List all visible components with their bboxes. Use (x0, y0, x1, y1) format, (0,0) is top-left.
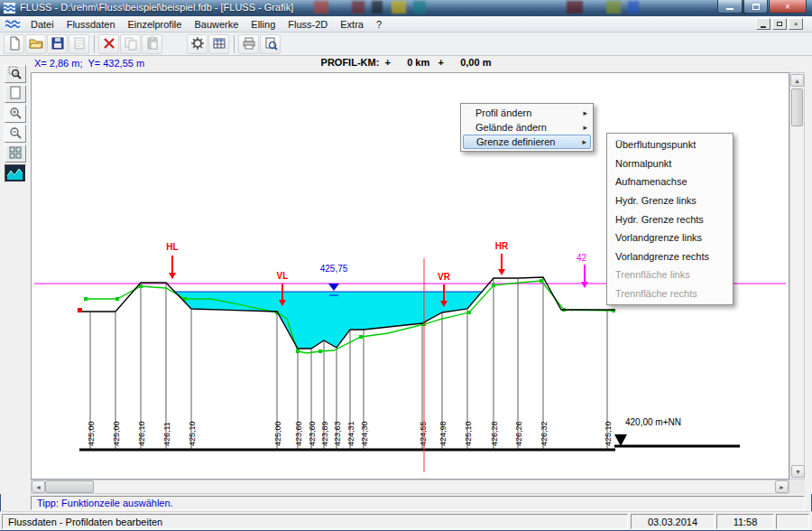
submenu-item-trennfläche-links[interactable]: Trennfläche links (608, 266, 732, 284)
zoom-window-icon (8, 66, 23, 82)
elevation-label: 425,00 (87, 421, 96, 446)
boundary-marker-label: HL (166, 242, 178, 252)
delete-button[interactable] (98, 34, 119, 54)
menu-[interactable]: ? (370, 17, 388, 32)
zoom-in-button[interactable] (5, 105, 26, 123)
full-page-icon (8, 86, 23, 102)
print-icon (242, 36, 256, 52)
submenu-item-aufnamenachse[interactable]: Aufnamenachse (608, 172, 732, 191)
minimize-icon (726, 8, 734, 10)
submenu-item-vorlandgrenze-rechts[interactable]: Vorlandgrenze rechts (608, 247, 732, 266)
title-bar: FLUSS - D:\rehm\Fluss\beispiel\beispiel.… (0, 0, 812, 16)
table-button[interactable] (208, 34, 229, 54)
elevation-label: 423,60 (294, 421, 303, 446)
elevation-label: 426,10 (137, 421, 146, 446)
paste-button[interactable] (142, 34, 162, 54)
mdi-restore-button[interactable] (772, 18, 787, 30)
scroll-down-button[interactable]: ▼ (791, 465, 805, 478)
mdi-close-icon: × (794, 20, 798, 28)
elevation-label: 424,31 (346, 421, 355, 446)
toolbar-separator (234, 35, 235, 53)
horizontal-scroll-thumb[interactable] (45, 480, 94, 493)
mdi-close-button[interactable]: × (789, 18, 803, 30)
context-menu-item-grenze-definieren[interactable]: Grenze definieren▸ (463, 135, 591, 149)
full-page-button[interactable] (5, 85, 26, 103)
toolbar (0, 33, 812, 56)
page-setup-button[interactable] (69, 34, 89, 54)
tip-bar: Tipp: Funktionzeile auswählen. (31, 496, 805, 510)
submenu-item-hydr-grenze-rechts[interactable]: Hydr. Grenze rechts (608, 210, 732, 228)
elevation-label: 426,26 (514, 421, 523, 446)
scroll-left-button[interactable]: ◄ (32, 480, 45, 493)
print-preview-icon (263, 36, 278, 52)
menu-fluss-2d[interactable]: Fluss-2D (281, 17, 334, 32)
vertical-scroll-thumb[interactable] (791, 88, 803, 126)
profile-graphic-button[interactable] (5, 164, 26, 182)
water-level-icon (328, 284, 339, 291)
menu-bauwerke[interactable]: Bauwerke (188, 17, 245, 32)
submenu-item-trennfläche-rechts[interactable]: Trennfläche rechts (608, 284, 732, 303)
elevation-label: 425,00 (112, 421, 121, 446)
scroll-up-button[interactable]: ▲ (790, 74, 804, 87)
print-preview-button[interactable] (260, 34, 281, 54)
horizontal-scrollbar[interactable]: ◄ ► (31, 480, 789, 494)
submenu-item-vorlandgrenze-links[interactable]: Vorlandgrenze links (608, 228, 732, 247)
app-icon (4, 3, 15, 15)
boundary-marker-arrow (169, 273, 176, 279)
delete-icon (102, 36, 116, 52)
app-window: FLUSS - D:\rehm\Fluss\beispiel\beispiel.… (0, 0, 812, 531)
context-menu-label: Profil ändern (475, 107, 583, 118)
open-file-button[interactable] (25, 34, 46, 54)
context-menu-item-gelände-ändern[interactable]: Gelände ändern▸ (463, 120, 591, 135)
mdi-minimize-button[interactable] (756, 18, 770, 30)
close-button[interactable]: × (769, 0, 807, 14)
menu-einzelprofile[interactable]: Einzelprofile (122, 17, 189, 32)
new-file-icon (7, 36, 22, 52)
elevation-label: 424,98 (438, 421, 448, 446)
save-file-icon (51, 36, 65, 52)
menu-elling[interactable]: Elling (245, 17, 281, 32)
menu-datei[interactable]: Datei (24, 17, 60, 32)
menu-bar: DateiFlussdatenEinzelprofileBauwerkeElli… (0, 16, 812, 33)
mdi-restore-icon (777, 22, 782, 26)
vertical-scrollbar[interactable]: ▲ ▼ (789, 72, 805, 480)
elevation-label: 426,11 (162, 422, 171, 446)
elevation-label: 425,10 (604, 421, 613, 446)
zoom-out-button[interactable] (5, 125, 26, 143)
context-submenu: ÜberflutungspunktNormalpunktAufnamenachs… (606, 133, 734, 305)
properties-button[interactable] (187, 34, 208, 54)
submenu-arrow-icon: ▸ (583, 123, 587, 132)
tip-text: Tipp: Funktionzeile auswählen. (37, 498, 173, 508)
copy-button[interactable] (120, 34, 141, 54)
magenta-marker-label: 42 (577, 253, 587, 263)
properties-icon (190, 36, 205, 52)
menu-flussdaten[interactable]: Flussdaten (60, 17, 122, 32)
boundary-marker-label: VR (438, 272, 451, 282)
elevation-label: 426,32 (540, 421, 549, 446)
boundary-marker-arrow (498, 269, 505, 275)
menu-extra[interactable]: Extra (334, 17, 370, 32)
minimize-button[interactable] (717, 0, 743, 14)
scroll-right-button[interactable]: ► (775, 480, 789, 493)
print-button[interactable] (238, 34, 259, 54)
window-title: FLUSS - D:\rehm\Fluss\beispiel\beispiel.… (20, 2, 293, 13)
maximize-button[interactable] (743, 0, 768, 14)
paste-icon (145, 36, 160, 52)
elevation-label: 424,55 (419, 421, 428, 446)
new-file-button[interactable] (4, 34, 24, 54)
submenu-item-normalpunkt[interactable]: Normalpunkt (608, 154, 732, 173)
submenu-item-überflutungspunkt[interactable]: Überflutungspunkt (608, 135, 732, 154)
zoom-window-button[interactable] (5, 65, 26, 83)
elevation-label: 424,30 (360, 421, 369, 446)
elevation-label: 425,10 (464, 421, 473, 446)
horizontal-scroll-track[interactable] (94, 480, 775, 493)
submenu-arrow-icon: ▸ (583, 108, 587, 117)
side-toolbar (5, 65, 28, 182)
context-menu-item-profil-ändern[interactable]: Profil ändern▸ (463, 106, 591, 120)
submenu-item-hydr-grenze-links[interactable]: Hydr. Grenze links (608, 191, 732, 210)
submenu-arrow-icon: ▸ (582, 137, 586, 146)
grid-view-button[interactable] (5, 144, 26, 163)
status-extra (776, 514, 809, 529)
save-file-button[interactable] (47, 34, 68, 54)
water-level-label: 425,75 (320, 264, 348, 274)
